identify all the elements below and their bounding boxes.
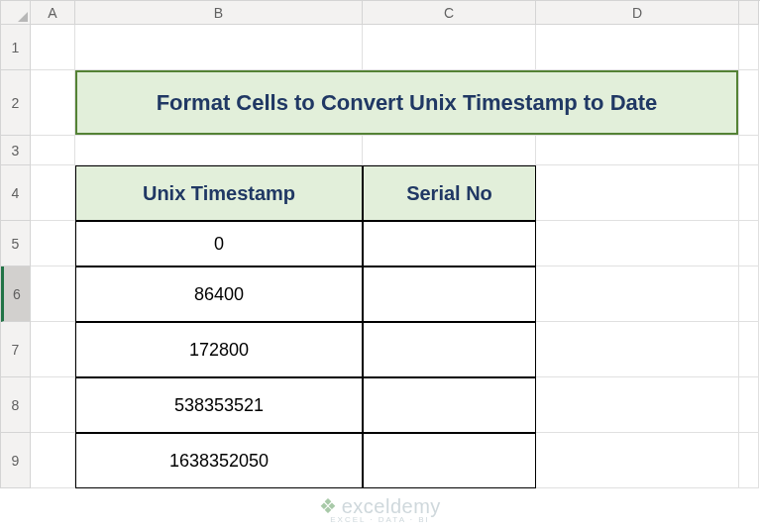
table-cell-sn-3[interactable] bbox=[363, 377, 536, 433]
table-cell-ts-4[interactable]: 1638352050 bbox=[75, 433, 363, 488]
watermark: ❖ exceldemy EXCEL · DATA · BI bbox=[319, 496, 441, 524]
col-header-extra[interactable] bbox=[739, 1, 759, 25]
table-header-serial[interactable]: Serial No bbox=[363, 165, 536, 221]
title-box: Format Cells to Convert Unix Timestamp t… bbox=[75, 70, 738, 135]
cell-B1[interactable] bbox=[75, 25, 363, 70]
row-header-4[interactable]: 4 bbox=[1, 165, 31, 221]
cell-B3[interactable] bbox=[75, 136, 363, 165]
table-header-unix[interactable]: Unix Timestamp bbox=[75, 165, 363, 221]
cell-E1[interactable] bbox=[739, 25, 759, 70]
table-cell-sn-2[interactable] bbox=[363, 322, 536, 377]
cell-E3[interactable] bbox=[739, 136, 759, 165]
cell-D7[interactable] bbox=[536, 322, 739, 377]
cell-E2[interactable] bbox=[739, 70, 759, 136]
row-header-7[interactable]: 7 bbox=[1, 322, 31, 377]
spreadsheet-grid: A B C D 1 2 Format Cells to Convert Unix… bbox=[0, 0, 760, 488]
table-cell-sn-0[interactable] bbox=[363, 221, 536, 266]
cell-A6[interactable] bbox=[31, 266, 75, 322]
table-cell-ts-0[interactable]: 0 bbox=[75, 221, 363, 266]
table-cell-sn-4[interactable] bbox=[363, 433, 536, 488]
cell-E7[interactable] bbox=[739, 322, 759, 377]
title-merged-cell[interactable]: Format Cells to Convert Unix Timestamp t… bbox=[75, 70, 739, 136]
cell-E8[interactable] bbox=[739, 377, 759, 433]
cell-D6[interactable] bbox=[536, 266, 739, 322]
title-text: Format Cells to Convert Unix Timestamp t… bbox=[157, 90, 658, 116]
row-header-5[interactable]: 5 bbox=[1, 221, 31, 266]
cell-D4[interactable] bbox=[536, 165, 739, 221]
cell-E5[interactable] bbox=[739, 221, 759, 266]
cell-C3[interactable] bbox=[363, 136, 536, 165]
cell-D3[interactable] bbox=[536, 136, 739, 165]
cell-E6[interactable] bbox=[739, 266, 759, 322]
cell-D5[interactable] bbox=[536, 221, 739, 266]
row-header-8[interactable]: 8 bbox=[1, 377, 31, 433]
cell-A2[interactable] bbox=[31, 70, 75, 136]
cell-D8[interactable] bbox=[536, 377, 739, 433]
cell-A4[interactable] bbox=[31, 165, 75, 221]
cell-A9[interactable] bbox=[31, 433, 75, 488]
cell-E4[interactable] bbox=[739, 165, 759, 221]
row-header-2[interactable]: 2 bbox=[1, 70, 31, 136]
table-cell-ts-1[interactable]: 86400 bbox=[75, 266, 363, 322]
cell-D1[interactable] bbox=[536, 25, 739, 70]
col-header-A[interactable]: A bbox=[31, 1, 75, 25]
cell-A8[interactable] bbox=[31, 377, 75, 433]
cell-D9[interactable] bbox=[536, 433, 739, 488]
cell-A5[interactable] bbox=[31, 221, 75, 266]
select-all-corner[interactable] bbox=[1, 1, 31, 25]
cell-A1[interactable] bbox=[31, 25, 75, 70]
row-header-9[interactable]: 9 bbox=[1, 433, 31, 488]
col-header-D[interactable]: D bbox=[536, 1, 739, 25]
leaf-icon: ❖ bbox=[319, 496, 338, 516]
watermark-sub: EXCEL · DATA · BI bbox=[330, 516, 430, 524]
table-cell-ts-3[interactable]: 538353521 bbox=[75, 377, 363, 433]
cell-C1[interactable] bbox=[363, 25, 536, 70]
col-header-C[interactable]: C bbox=[363, 1, 536, 25]
cell-A3[interactable] bbox=[31, 136, 75, 165]
cell-A7[interactable] bbox=[31, 322, 75, 377]
col-header-B[interactable]: B bbox=[75, 1, 363, 25]
watermark-main: exceldemy bbox=[342, 496, 441, 516]
cell-E9[interactable] bbox=[739, 433, 759, 488]
row-header-1[interactable]: 1 bbox=[1, 25, 31, 70]
table-cell-sn-1[interactable] bbox=[363, 266, 536, 322]
table-cell-ts-2[interactable]: 172800 bbox=[75, 322, 363, 377]
row-header-3[interactable]: 3 bbox=[1, 136, 31, 165]
row-header-6[interactable]: 6 bbox=[1, 266, 31, 322]
